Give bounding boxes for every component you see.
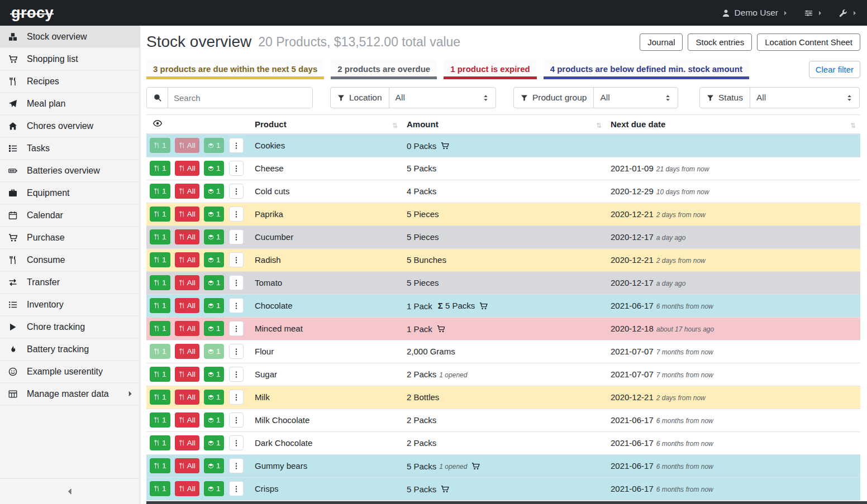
add-to-shopping-list-icon[interactable] — [441, 142, 449, 150]
open-one-button[interactable]: 1 — [204, 207, 225, 222]
status-select[interactable]: All — [750, 88, 859, 108]
sidebar-item-stock-overview[interactable]: Stock overview — [0, 26, 140, 48]
sidebar-item-example-userentity[interactable]: Example userentity — [0, 361, 140, 383]
table-row[interactable]: 1 All 1 Cold cuts 4 Packs 2020-12-2910 d… — [146, 180, 860, 203]
add-to-shopping-list-icon[interactable] — [441, 485, 449, 493]
consume-all-button[interactable]: All — [175, 344, 199, 359]
row-menu-button[interactable] — [229, 435, 244, 450]
consume-one-button[interactable]: 1 — [150, 321, 170, 336]
row-menu-button[interactable] — [229, 390, 244, 405]
stock-entries-button[interactable]: Stock entries — [688, 33, 752, 51]
sidebar-item-meal-plan[interactable]: Meal plan — [0, 93, 140, 115]
table-row[interactable]: 1 All 1 Sugar 2 Packs1 opened 2021-07-07… — [146, 363, 860, 386]
open-one-button[interactable]: 1 — [204, 458, 225, 473]
table-row[interactable]: 1 All 1 Milk 2 Bottles 2020-12-212 days … — [146, 386, 860, 409]
consume-one-button[interactable]: 1 — [150, 298, 170, 313]
sidebar-item-chore-tracking[interactable]: Chore tracking — [0, 316, 140, 338]
table-row[interactable]: 1 All 1 Tomato 5 Pieces 2020-12-17a day … — [146, 271, 860, 294]
table-row[interactable]: 1 All 1 Gummy bears 5 Packs1 opened 2021… — [146, 454, 860, 477]
clear-filter-button[interactable]: Clear filter — [809, 61, 860, 78]
open-one-button[interactable]: 1 — [204, 344, 225, 359]
consume-all-button[interactable]: All — [175, 252, 199, 267]
open-one-button[interactable]: 1 — [204, 412, 225, 428]
table-row[interactable]: 1 All 1 Cucumber 5 Pieces 2020-12-17a da… — [146, 225, 860, 248]
sidebar-item-consume[interactable]: Consume — [0, 249, 140, 271]
row-menu-button[interactable] — [229, 321, 244, 336]
row-menu-button[interactable] — [229, 252, 244, 267]
location-select[interactable]: All — [389, 88, 496, 108]
app-logo[interactable]: grocy — [10, 4, 55, 22]
consume-all-button[interactable]: All — [175, 207, 199, 222]
consume-one-button[interactable]: 1 — [150, 412, 170, 428]
sidebar-item-transfer[interactable]: Transfer — [0, 271, 140, 294]
consume-one-button[interactable]: 1 — [150, 367, 170, 382]
open-one-button[interactable]: 1 — [204, 367, 225, 382]
consume-all-button[interactable]: All — [175, 321, 199, 336]
consume-one-button[interactable]: 1 — [150, 252, 170, 267]
consume-one-button[interactable]: 1 — [150, 161, 170, 176]
banner-warning[interactable]: 3 products are due within the next 5 day… — [146, 60, 324, 79]
consume-all-button[interactable]: All — [175, 458, 199, 473]
row-menu-button[interactable] — [229, 412, 244, 428]
row-menu-button[interactable] — [229, 229, 244, 244]
toggle-columns-eye-icon[interactable] — [153, 119, 162, 128]
row-menu-button[interactable] — [229, 367, 244, 382]
sidebar-item-shopping-list[interactable]: Shopping list — [0, 48, 140, 70]
settings-menu[interactable] — [804, 9, 822, 17]
table-row[interactable]: 1 All 1 Milk Chocolate 2 Packs 2021-06-1… — [146, 409, 860, 431]
open-one-button[interactable]: 1 — [204, 390, 225, 405]
banner-secondary[interactable]: 2 products are overdue — [331, 60, 437, 79]
table-row[interactable]: 1 All 1 Flour 2,000 Grams 2021-07-077 mo… — [146, 340, 860, 363]
sidebar-collapse-button[interactable] — [0, 478, 140, 504]
banner-danger[interactable]: 1 product is expired — [444, 60, 537, 79]
open-one-button[interactable]: 1 — [204, 321, 225, 336]
product-group-select[interactable]: All — [594, 88, 678, 108]
product-column-header[interactable]: Product ⇅ — [250, 115, 402, 135]
amount-column-header[interactable]: Amount ⇅ — [402, 115, 606, 135]
table-row[interactable]: 1 All 1 Chocolate 1 PackΣ5 Packs 2021-06… — [146, 294, 860, 317]
table-row[interactable]: 1 All 1 Cookies 0 Packs — [146, 134, 860, 157]
consume-all-button[interactable]: All — [175, 481, 199, 496]
consume-all-button[interactable]: All — [175, 161, 199, 176]
consume-one-button[interactable]: 1 — [150, 184, 170, 199]
add-to-shopping-list-icon[interactable] — [437, 325, 445, 333]
consume-one-button[interactable]: 1 — [150, 458, 170, 473]
sidebar-item-manage-master-data[interactable]: Manage master data — [0, 383, 140, 405]
consume-all-button[interactable]: All — [175, 435, 199, 450]
journal-button[interactable]: Journal — [640, 33, 683, 51]
consume-one-button[interactable]: 1 — [150, 344, 170, 359]
sidebar-item-tasks[interactable]: Tasks — [0, 137, 140, 160]
consume-one-button[interactable]: 1 — [150, 138, 170, 153]
consume-all-button[interactable]: All — [175, 275, 199, 290]
open-one-button[interactable]: 1 — [204, 229, 225, 244]
search-input[interactable] — [168, 88, 312, 108]
table-row[interactable]: 1 All 1 Crisps 5 Packs 2021-06-176 month… — [146, 477, 860, 500]
row-menu-button[interactable] — [229, 298, 244, 313]
table-row[interactable]: 1 All 1 Minced meat 1 Pack 2020-12-18abo… — [146, 317, 860, 340]
consume-one-button[interactable]: 1 — [150, 435, 170, 450]
table-row[interactable]: 1 All 1 Paprika 5 Pieces 2020-12-212 day… — [146, 203, 860, 225]
row-menu-button[interactable] — [229, 344, 244, 359]
sort-icon[interactable]: ⇅ — [850, 122, 856, 129]
sort-icon[interactable]: ⇅ — [596, 122, 602, 129]
sort-icon[interactable]: ⇅ — [392, 122, 398, 129]
consume-all-button[interactable]: All — [175, 390, 199, 405]
banner-info[interactable]: 4 products are below defined min. stock … — [544, 60, 749, 79]
sidebar-item-chores-overview[interactable]: Chores overview — [0, 115, 140, 137]
add-to-shopping-list-icon[interactable] — [479, 302, 488, 310]
row-menu-button[interactable] — [229, 184, 244, 199]
due-date-column-header[interactable]: Next due date ⇅ — [606, 115, 860, 135]
sidebar-item-recipes[interactable]: Recipes — [0, 70, 140, 93]
sidebar-item-equipment[interactable]: Equipment — [0, 182, 140, 204]
row-menu-button[interactable] — [229, 481, 244, 496]
sidebar-item-battery-tracking[interactable]: Battery tracking — [0, 338, 140, 361]
consume-all-button[interactable]: All — [175, 367, 199, 382]
consume-one-button[interactable]: 1 — [150, 390, 170, 405]
open-one-button[interactable]: 1 — [204, 435, 225, 450]
row-menu-button[interactable] — [229, 161, 244, 176]
consume-one-button[interactable]: 1 — [150, 207, 170, 222]
consume-all-button[interactable]: All — [175, 184, 199, 199]
sidebar-item-calendar[interactable]: Calendar — [0, 204, 140, 227]
open-one-button[interactable]: 1 — [204, 252, 225, 267]
open-one-button[interactable]: 1 — [204, 161, 225, 176]
